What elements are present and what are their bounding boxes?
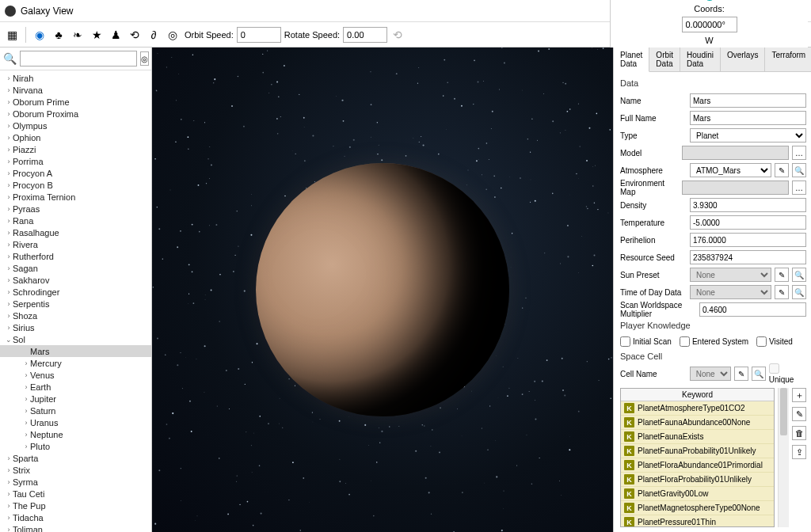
tod-select[interactable]: None (690, 285, 771, 299)
tab-overlays[interactable]: Overlays (721, 48, 765, 71)
tree-system-item[interactable]: ›Oborum Proxima (0, 108, 151, 120)
tree-system-item[interactable]: ›Rivera (0, 238, 151, 250)
temp-input[interactable] (690, 215, 806, 230)
keyword-item[interactable]: KPlanetMagnetosphereType00None (621, 501, 774, 515)
tree-system-item[interactable]: ›Schrodinger (0, 286, 151, 298)
tree-system-item[interactable]: ›Rasalhague (0, 226, 151, 238)
tree-planet-item[interactable]: ›Venus (0, 369, 151, 381)
tree-planet-item[interactable]: ›Saturn (0, 405, 151, 416)
model-input[interactable] (682, 146, 789, 160)
tree-planet-item[interactable]: ›Mercury (0, 357, 151, 369)
tree-system-item[interactable]: ›Procyon B (0, 179, 151, 191)
type-select[interactable]: Planet (690, 128, 806, 142)
keyword-item[interactable]: KPlanetAtmosphereType01CO2 (621, 401, 774, 416)
sun-edit-button[interactable]: ✎ (775, 268, 789, 282)
sun-search-button[interactable]: 🔍 (792, 268, 806, 282)
keyword-export-button[interactable]: ⇪ (792, 445, 806, 459)
tree-system-item[interactable]: ›Piazzi (0, 143, 151, 155)
tree-system-item[interactable]: ›Tau Ceti (0, 488, 151, 500)
tree-system-item[interactable]: ›Sakharov (0, 274, 151, 286)
sun-select[interactable]: None (690, 268, 771, 282)
tree-system-item[interactable]: ›The Pup (0, 500, 151, 511)
keyword-item[interactable]: KPlanetPressure01Thin (621, 515, 774, 527)
model-browse-button[interactable]: … (792, 146, 806, 160)
tod-edit-button[interactable]: ✎ (775, 285, 789, 299)
tree-system-item[interactable]: ›Sirius (0, 321, 151, 333)
tree-planet-item[interactable]: ›Earth (0, 381, 151, 393)
envmap-browse-button[interactable]: … (792, 180, 806, 195)
scan-input[interactable] (699, 302, 806, 317)
cellname-edit-button[interactable]: ✎ (734, 367, 748, 381)
tab-planet-data[interactable]: Planet Data (614, 48, 649, 72)
star-icon[interactable]: ★ (88, 26, 105, 44)
keyword-item[interactable]: KPlanetFaunaAbundance00None (621, 416, 774, 430)
tree-system-item[interactable]: ›Sagan (0, 262, 151, 274)
refresh-icon[interactable]: ⟲ (126, 26, 143, 44)
orbit-icon[interactable]: ∂ (145, 26, 162, 44)
tab-orbit-data[interactable]: Orbit Data (649, 48, 680, 71)
coords-icon[interactable] (703, 0, 716, 1)
tree-planet-item[interactable]: ›Uranus (0, 416, 151, 428)
locate-button[interactable]: ◎ (140, 51, 149, 66)
tree-planet-item[interactable]: Mars (0, 345, 151, 357)
atmo-search-button[interactable]: 🔍 (792, 163, 806, 177)
tree-system-item[interactable]: ›Tidacha (0, 511, 151, 523)
tree-planet-item[interactable]: ›Jupiter (0, 393, 151, 405)
tree-system-item[interactable]: ›Nirah (0, 72, 151, 84)
tree-system-item[interactable]: ›Toliman (0, 523, 151, 532)
tree-icon[interactable]: ♣ (50, 26, 67, 44)
orbit-speed-input[interactable] (237, 27, 281, 43)
tab-terraform[interactable]: Terraform (765, 48, 811, 71)
tree-system-item[interactable]: ›Syrma (0, 476, 151, 488)
tree-system-item[interactable]: ›Proxima Ternion (0, 191, 151, 203)
envmap-input[interactable] (682, 180, 789, 195)
keyword-item[interactable]: KPlanetFaunaProbability01Unlikely (621, 444, 774, 458)
density-input[interactable] (690, 198, 806, 212)
tree-system-item[interactable]: ›Porrima (0, 155, 151, 167)
initial-scan-check[interactable]: Initial Scan (620, 336, 672, 347)
globe-icon[interactable]: ◉ (31, 26, 48, 44)
fullname-input[interactable] (690, 111, 806, 125)
leaf-icon[interactable]: ❧ (69, 26, 86, 44)
system-tree[interactable]: ›Nirah›Nirvana›Oborum Prime›Oborum Proxi… (0, 70, 151, 532)
coord-a-input[interactable] (682, 17, 737, 32)
cellname-search-button[interactable]: 🔍 (752, 367, 766, 381)
tree-system-item[interactable]: ›Rana (0, 215, 151, 226)
tree-system-item[interactable]: ›Strix (0, 464, 151, 476)
keyword-scrollbar[interactable] (778, 388, 789, 527)
tree-system-item[interactable]: ›Serpentis (0, 298, 151, 310)
tree-planet-item[interactable]: ›Pluto (0, 440, 151, 452)
keyword-item[interactable]: KPlanetFloraAbundance01Primordial (621, 458, 774, 473)
tree-system-item[interactable]: ›Procyon A (0, 167, 151, 179)
tree-system-item[interactable]: ›Rutherford (0, 250, 151, 262)
tree-system-item[interactable]: ›Sparta (0, 452, 151, 464)
target-icon[interactable]: ◎ (164, 26, 181, 44)
keyword-add-button[interactable]: ＋ (792, 388, 806, 402)
name-input[interactable] (690, 93, 806, 108)
keyword-list[interactable]: Keyword KPlanetAtmosphereType01CO2KPlane… (620, 388, 775, 527)
grid-icon[interactable]: ▦ (3, 26, 21, 44)
seed-input[interactable] (690, 250, 806, 264)
atmo-edit-button[interactable]: ✎ (775, 163, 789, 177)
tree-planet-item[interactable]: ›Neptune (0, 428, 151, 440)
tree-system-item[interactable]: ⌄Sol (0, 333, 151, 345)
atmo-select[interactable]: ATMO_Mars (690, 163, 771, 177)
rotate-speed-input[interactable] (343, 27, 387, 43)
tree-system-item[interactable]: ›Oborum Prime (0, 96, 151, 108)
keyword-item[interactable]: KPlanetFaunaExists (621, 430, 774, 444)
search-input[interactable] (20, 51, 137, 66)
keyword-item[interactable]: KPlanetGravity00Low (621, 487, 774, 501)
visited-check[interactable]: Visited (756, 336, 793, 347)
tree-system-item[interactable]: ›Pyraas (0, 203, 151, 215)
tree-system-item[interactable]: ›Nirvana (0, 84, 151, 96)
tree-system-item[interactable]: ›Olympus (0, 120, 151, 131)
keyword-item[interactable]: KPlanetFloraProbability01Unlikely (621, 473, 774, 487)
tree-system-item[interactable]: ›Ophion (0, 131, 151, 143)
unique-check[interactable]: Unique (769, 363, 806, 384)
tree-system-item[interactable]: ›Shoza (0, 310, 151, 321)
perihelion-input[interactable] (690, 233, 806, 247)
keyword-edit-button[interactable]: ✎ (792, 407, 806, 421)
keyword-delete-button[interactable]: 🗑 (792, 426, 806, 440)
cellname-select[interactable]: None (690, 367, 731, 381)
entered-system-check[interactable]: Entered System (680, 336, 748, 347)
